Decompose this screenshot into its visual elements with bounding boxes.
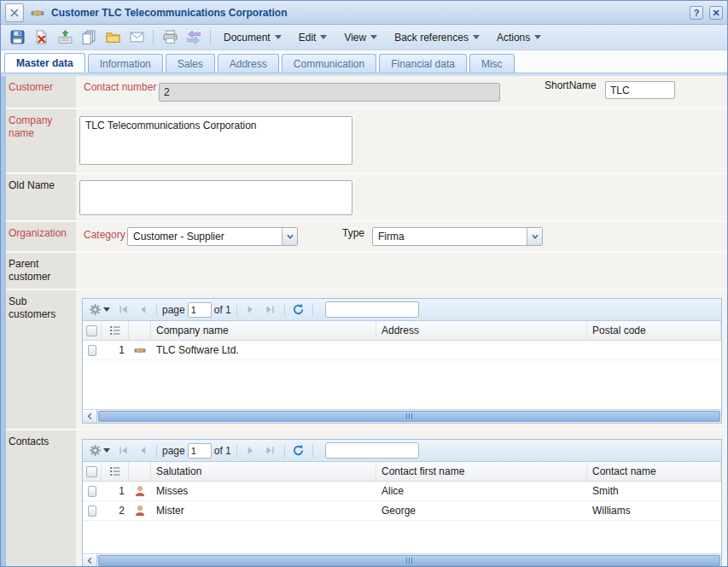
menu-back-references-label: Back references bbox=[394, 32, 469, 44]
company-name-textarea[interactable]: TLC Telecommunications Corporation bbox=[79, 116, 352, 165]
page-last-icon bbox=[265, 304, 276, 315]
page-prev-button[interactable] bbox=[134, 442, 151, 459]
contact-row-2[interactable]: 2 Mister George Williams bbox=[83, 501, 721, 521]
type-combobox[interactable]: Firma bbox=[372, 227, 543, 246]
grid-settings-button[interactable] bbox=[86, 442, 112, 459]
grid-search-input[interactable] bbox=[326, 302, 419, 317]
import-button[interactable] bbox=[54, 27, 76, 48]
delete-button[interactable] bbox=[30, 27, 52, 48]
old-name-textarea[interactable] bbox=[79, 180, 352, 215]
numbered-list-icon bbox=[109, 465, 121, 477]
window-title: Customer TLC Telecommunications Corporat… bbox=[51, 7, 684, 19]
save-button[interactable] bbox=[6, 27, 28, 48]
grid-search-input[interactable] bbox=[326, 443, 419, 458]
caret-down-icon bbox=[103, 307, 110, 315]
page-next-button[interactable] bbox=[242, 301, 259, 319]
grid-search-box bbox=[325, 301, 419, 318]
page-prev-button[interactable] bbox=[134, 301, 151, 319]
column-header-contact-first-name[interactable]: Contact first name bbox=[376, 462, 587, 481]
menu-document[interactable]: Document bbox=[216, 27, 289, 48]
delete-icon bbox=[34, 30, 49, 44]
rownum-column-header[interactable] bbox=[102, 462, 129, 481]
category-dropdown-trigger[interactable] bbox=[282, 228, 297, 245]
page-number-input[interactable] bbox=[188, 302, 212, 318]
page-first-icon bbox=[118, 304, 129, 315]
row-checkbox[interactable] bbox=[88, 345, 96, 356]
print-icon bbox=[163, 30, 178, 44]
column-header-postal-code[interactable]: Postal code bbox=[587, 321, 721, 340]
select-all-checkbox[interactable] bbox=[86, 466, 97, 477]
row-checkbox[interactable] bbox=[88, 506, 96, 517]
scroll-left-button[interactable] bbox=[83, 410, 97, 423]
page-last-button[interactable] bbox=[262, 442, 279, 459]
sub-customer-row-1[interactable]: 1 TLC Software Ltd. bbox=[83, 341, 721, 360]
copy-icon bbox=[82, 30, 96, 44]
folder-button[interactable] bbox=[102, 27, 124, 48]
chevron-left-icon bbox=[86, 557, 94, 564]
organization-row-label: Organization bbox=[6, 222, 76, 251]
cell-postal-code bbox=[587, 341, 721, 359]
row-parent-customer: Parent customer bbox=[6, 253, 727, 290]
tab-financial-data[interactable]: Financial data bbox=[379, 54, 467, 73]
tab-sales[interactable]: Sales bbox=[166, 54, 215, 73]
contact-number-input[interactable] bbox=[159, 83, 500, 102]
grid-settings-button[interactable] bbox=[86, 301, 112, 319]
contacts-grid-header: Salutation Contact first name Contact na… bbox=[83, 462, 721, 482]
titlebar-close-button[interactable]: ✕ bbox=[709, 6, 723, 20]
mail-button[interactable] bbox=[125, 27, 148, 48]
row-checkbox[interactable] bbox=[88, 486, 96, 497]
scroll-left-button[interactable] bbox=[83, 554, 97, 567]
contact-row-1[interactable]: 1 Misses Alice Smith bbox=[83, 482, 721, 501]
tab-information[interactable]: Information bbox=[88, 54, 163, 73]
gear-icon bbox=[89, 303, 102, 316]
row-old-name: Old Name bbox=[6, 174, 727, 222]
page-number-input[interactable] bbox=[188, 443, 212, 459]
select-all-header[interactable] bbox=[83, 321, 102, 340]
page-last-button[interactable] bbox=[262, 301, 279, 319]
refresh-button[interactable] bbox=[290, 301, 307, 319]
pager-separator bbox=[236, 303, 237, 317]
row-number: 1 bbox=[102, 341, 129, 359]
transfer-button[interactable] bbox=[183, 27, 205, 48]
type-value: Firma bbox=[373, 228, 527, 245]
column-header-contact-name[interactable]: Contact name bbox=[587, 462, 721, 481]
help-button[interactable]: ? bbox=[690, 6, 703, 20]
category-combobox[interactable]: Customer - Supplier bbox=[127, 227, 298, 246]
icon-column-header[interactable] bbox=[129, 462, 151, 481]
page-first-button[interactable] bbox=[114, 442, 131, 459]
scrollbar-thumb[interactable] bbox=[98, 411, 720, 422]
icon-column-header[interactable] bbox=[129, 321, 151, 340]
menu-edit[interactable]: Edit bbox=[291, 27, 335, 48]
grid-search-box bbox=[325, 442, 419, 459]
menu-actions[interactable]: Actions bbox=[489, 27, 549, 48]
row-sub-customers: Sub customers bbox=[6, 290, 727, 430]
type-dropdown-trigger[interactable] bbox=[527, 228, 542, 245]
page-last-icon bbox=[265, 445, 276, 456]
page-of-label: of 1 bbox=[214, 304, 231, 316]
shortname-input[interactable] bbox=[605, 81, 675, 99]
page-first-button[interactable] bbox=[114, 301, 131, 319]
caret-down-icon bbox=[473, 35, 480, 43]
handshake-icon bbox=[30, 6, 45, 20]
page-next-button[interactable] bbox=[242, 442, 259, 459]
menu-view[interactable]: View bbox=[336, 27, 385, 48]
tab-communication[interactable]: Communication bbox=[282, 54, 376, 73]
select-all-checkbox[interactable] bbox=[86, 325, 97, 336]
menu-back-references[interactable]: Back references bbox=[387, 27, 487, 48]
column-header-address[interactable]: Address bbox=[376, 321, 587, 340]
print-button[interactable] bbox=[159, 27, 181, 48]
column-header-company-name[interactable]: Company name bbox=[151, 321, 376, 340]
cell-company-name: TLC Software Ltd. bbox=[151, 341, 376, 359]
window-close-button[interactable] bbox=[5, 3, 24, 22]
scrollbar-thumb[interactable] bbox=[98, 555, 720, 566]
select-all-header[interactable] bbox=[83, 462, 102, 481]
column-header-salutation[interactable]: Salutation bbox=[151, 462, 376, 481]
copy-button[interactable] bbox=[78, 27, 100, 48]
tab-master-data[interactable]: Master data bbox=[4, 53, 85, 73]
tab-misc[interactable]: Misc bbox=[469, 54, 515, 73]
tab-address[interactable]: Address bbox=[218, 54, 279, 73]
menu-view-label: View bbox=[344, 32, 366, 44]
refresh-button[interactable] bbox=[290, 442, 307, 459]
rownum-column-header[interactable] bbox=[102, 321, 129, 340]
contacts-grid: page of 1 bbox=[82, 439, 722, 567]
